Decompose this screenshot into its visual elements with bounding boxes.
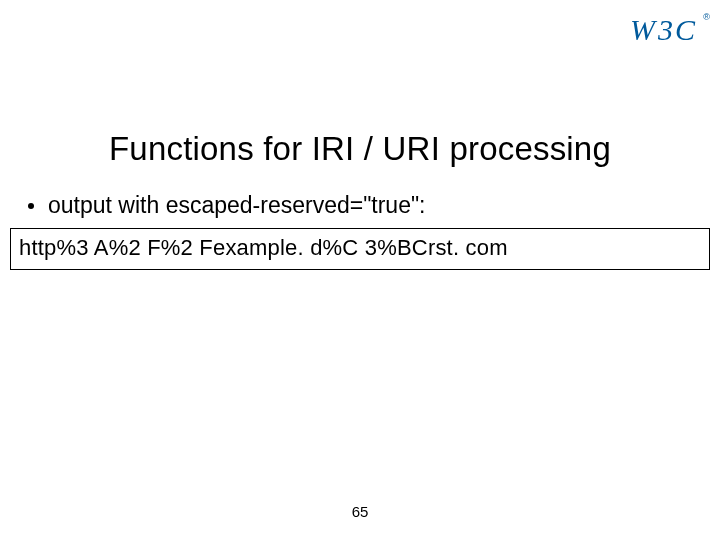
- registered-mark: ®: [703, 12, 710, 22]
- code-output-box: http%3 A%2 F%2 Fexample. d%C 3%BCrst. co…: [10, 228, 710, 270]
- svg-text:3: 3: [657, 13, 673, 46]
- w3c-logo-icon: W 3 C: [630, 10, 702, 50]
- svg-text:C: C: [675, 13, 696, 46]
- bullet-item: output with escaped-reserved="true":: [28, 192, 426, 219]
- svg-text:W: W: [630, 13, 658, 46]
- slide-title: Functions for IRI / URI processing: [0, 130, 720, 168]
- bullet-text: output with escaped-reserved="true":: [48, 192, 426, 219]
- code-output-text: http%3 A%2 F%2 Fexample. d%C 3%BCrst. co…: [19, 235, 508, 260]
- w3c-logo: W 3 C ®: [630, 10, 702, 54]
- bullet-icon: [28, 203, 34, 209]
- slide: W 3 C ® Functions for IRI / URI processi…: [0, 0, 720, 540]
- page-number: 65: [0, 503, 720, 520]
